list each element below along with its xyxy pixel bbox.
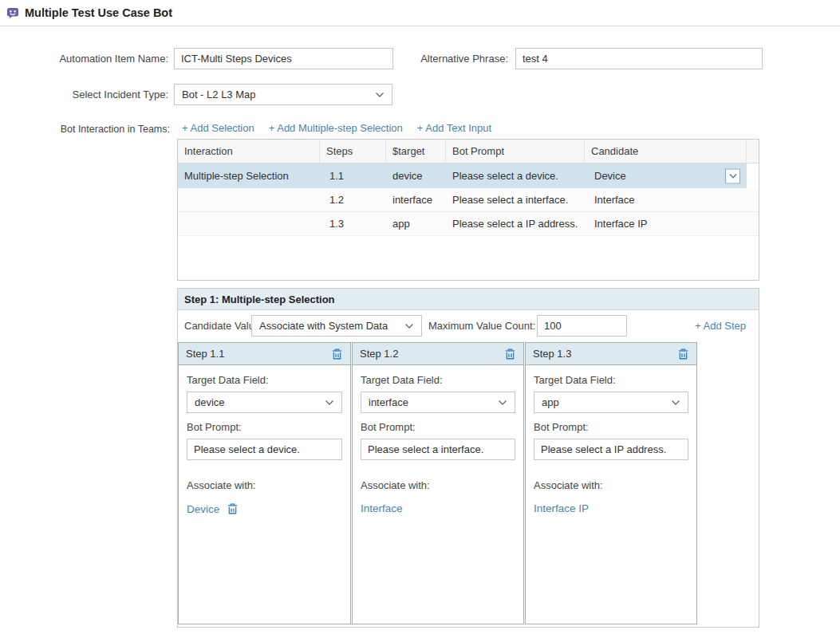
column-header-spacer — [747, 140, 759, 163]
cell-target: device — [386, 163, 446, 188]
step-card-header: Step 1.2 — [353, 343, 523, 365]
step-card-1-1: Step 1.1 Target Data Field: device — [178, 342, 351, 624]
bot-interaction-label: Bot Interaction in Teams: — [0, 124, 170, 135]
step-card-title: Step 1.3 — [533, 348, 571, 360]
target-data-field-value: interface — [369, 396, 408, 408]
cell-target: interface — [386, 188, 446, 211]
cell-interaction — [178, 212, 320, 235]
cell-bot-prompt: Please select a device. — [446, 163, 585, 188]
table-row[interactable]: 1.2 interface Please select a interface.… — [178, 188, 759, 212]
chevron-down-icon — [404, 320, 414, 332]
target-data-field-label: Target Data Field: — [534, 374, 688, 386]
cell-candidate: Interface — [585, 188, 747, 211]
alternative-phrase-label: Alternative Phrase: — [359, 53, 508, 65]
incident-type-select[interactable]: Bot - L2 L3 Map — [174, 84, 392, 105]
bot-prompt-input[interactable] — [534, 439, 688, 460]
incident-type-label: Select Incident Type: — [0, 89, 168, 100]
incident-type-value: Bot - L2 L3 Map — [182, 89, 256, 100]
table-row[interactable]: Multiple-step Selection 1.1 device Pleas… — [178, 163, 759, 188]
step-panel: Step 1: Multiple-step Selection Candidat… — [177, 288, 759, 628]
max-value-count-input[interactable] — [537, 315, 627, 337]
screen: Multiple Test Use Case Bot Automation It… — [0, 0, 840, 634]
candidate-value: Device — [594, 170, 626, 182]
associate-value-link[interactable]: Interface — [361, 502, 403, 514]
chevron-down-icon — [671, 396, 680, 408]
step-card-1-3: Step 1.3 Target Data Field: app — [525, 342, 697, 624]
cell-steps: 1.3 — [320, 212, 386, 235]
target-data-field-select[interactable]: interface — [361, 392, 515, 413]
add-step-link[interactable]: + Add Step — [695, 320, 746, 332]
cell-interaction — [178, 188, 320, 211]
cell-spacer — [747, 188, 759, 211]
target-data-field-value: device — [195, 396, 225, 408]
interaction-table: Interaction Steps $target Bot Prompt Can… — [177, 139, 759, 281]
target-data-field-value: app — [542, 396, 559, 408]
chevron-down-icon — [498, 396, 507, 408]
cell-bot-prompt: Please select a IP address. — [446, 212, 585, 235]
bot-prompt-label: Bot Prompt: — [361, 421, 515, 433]
target-data-field-select[interactable]: device — [187, 392, 342, 413]
associate-with-label: Associate with: — [534, 479, 688, 491]
automation-item-name-label: Automation Item Name: — [0, 53, 168, 65]
delete-step-icon[interactable] — [331, 348, 343, 360]
delete-step-icon[interactable] — [504, 348, 516, 360]
associate-value-link[interactable]: Interface IP — [534, 502, 589, 514]
add-selection-link[interactable]: + Add Selection — [182, 122, 254, 134]
column-header-bot-prompt: Bot Prompt — [446, 140, 585, 163]
column-header-interaction: Interaction — [178, 140, 320, 163]
target-data-field-label: Target Data Field: — [187, 374, 342, 386]
column-header-candidate: Candidate — [585, 140, 747, 163]
step-card-1-2: Step 1.2 Target Data Field: interface — [352, 342, 524, 624]
chevron-down-icon — [325, 396, 334, 408]
candidate-value-selected: Associate with System Data — [259, 320, 388, 332]
target-data-field-label: Target Data Field: — [361, 374, 515, 386]
bot-prompt-input[interactable] — [187, 439, 342, 460]
delete-associate-icon[interactable] — [227, 502, 239, 515]
step-panel-controls: Candidate Value: Associate with System D… — [178, 310, 759, 342]
page-title: Multiple Test Use Case Bot — [25, 6, 172, 19]
target-data-field-select[interactable]: app — [534, 392, 688, 413]
bot-prompt-label: Bot Prompt: — [187, 421, 342, 433]
candidate-dropdown-button[interactable] — [725, 168, 740, 183]
alternative-phrase-input[interactable] — [515, 48, 763, 69]
cell-steps: 1.1 — [320, 163, 386, 188]
chevron-down-icon — [375, 89, 385, 100]
cell-interaction: Multiple-step Selection — [178, 163, 320, 188]
cell-spacer — [747, 212, 759, 235]
cell-bot-prompt: Please select a interface. — [446, 188, 585, 211]
associate-value-link[interactable]: Device — [187, 503, 219, 515]
bot-prompt-label: Bot Prompt: — [534, 421, 688, 433]
cell-candidate: Interface IP — [585, 212, 747, 235]
delete-step-icon[interactable] — [677, 348, 689, 360]
cell-spacer — [747, 163, 759, 188]
cell-steps: 1.2 — [320, 188, 386, 211]
associate-with-label: Associate with: — [187, 479, 342, 491]
cell-target: app — [386, 212, 446, 235]
app-header: Multiple Test Use Case Bot — [0, 0, 840, 26]
cell-candidate: Device — [585, 163, 747, 188]
add-multiple-step-selection-link[interactable]: + Add Multiple-step Selection — [269, 122, 403, 134]
table-header-row: Interaction Steps $target Bot Prompt Can… — [178, 140, 759, 163]
step-card-title: Step 1.1 — [186, 348, 224, 360]
max-value-count-label: Maximum Value Count: — [428, 320, 535, 332]
column-header-target: $target — [386, 140, 446, 163]
step-panel-title: Step 1: Multiple-step Selection — [178, 289, 759, 310]
bot-icon — [6, 6, 19, 19]
bot-interaction-actions: + Add Selection + Add Multiple-step Sele… — [182, 122, 491, 134]
step-card-title: Step 1.2 — [360, 348, 398, 360]
add-text-input-link[interactable]: + Add Text Input — [417, 122, 491, 134]
candidate-value-select[interactable]: Associate with System Data — [251, 315, 422, 337]
step-card-header: Step 1.1 — [179, 343, 350, 365]
table-row[interactable]: 1.3 app Please select a IP address. Inte… — [178, 212, 759, 236]
step-columns: Step 1.1 Target Data Field: device — [178, 342, 760, 624]
associate-with-label: Associate with: — [361, 479, 515, 491]
step-card-header: Step 1.3 — [526, 343, 696, 365]
bot-prompt-input[interactable] — [361, 439, 515, 460]
column-header-steps: Steps — [320, 140, 386, 163]
